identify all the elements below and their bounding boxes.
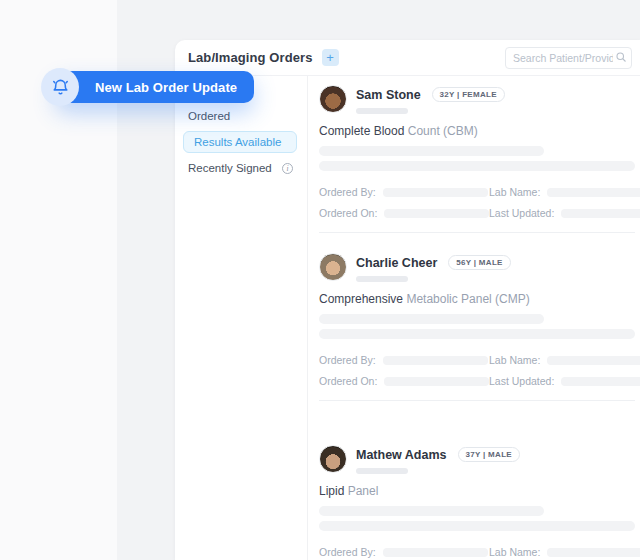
last-updated-label: Last Updated: — [489, 207, 554, 219]
lab-test-title: Lipid Panel — [319, 484, 635, 498]
sidebar-item-label: Results Available — [194, 136, 281, 148]
patient-age-sex-badge: 56Y | MALE — [448, 255, 510, 270]
search-box — [505, 47, 632, 69]
patient-avatar — [319, 253, 347, 281]
lab-test-title: Complete Blood Count (CBM) — [319, 124, 635, 138]
add-order-button[interactable]: + — [322, 49, 339, 66]
ordered-by-label: Ordered By: — [319, 546, 376, 558]
skeleton-bar — [561, 209, 640, 218]
order-details: Ordered By: Lab Name: Ordered On: Last U… — [319, 186, 635, 219]
patient-avatar — [319, 85, 347, 113]
page-title: Lab/Imaging Orders — [188, 50, 313, 65]
patient-name: Charlie Cheer — [356, 256, 437, 270]
skeleton-bar — [383, 548, 488, 557]
ordered-on-label: Ordered On: — [319, 375, 377, 387]
ordered-by-label: Ordered By: — [319, 354, 376, 366]
skeleton-bar — [319, 161, 635, 171]
skeleton-bar — [319, 329, 635, 339]
divider — [319, 400, 635, 401]
lab-imaging-orders-panel: Lab/Imaging Orders + Ordered Results Ava… — [175, 40, 640, 560]
lab-title-primary: Lipid — [319, 484, 344, 498]
orders-sidebar: Ordered Results Available Recently Signe… — [175, 76, 307, 560]
skeleton-bar — [383, 188, 488, 197]
skeleton-bar — [547, 356, 640, 365]
bell-icon — [51, 78, 70, 97]
info-icon[interactable]: i — [282, 163, 293, 174]
bell-circle — [41, 68, 79, 106]
search-input[interactable] — [505, 47, 632, 69]
last-updated-label: Last Updated: — [489, 375, 554, 387]
card-header: Mathew Adams 37Y | MALE — [319, 445, 635, 474]
divider — [319, 232, 635, 233]
patient-name: Mathew Adams — [356, 448, 447, 462]
skeleton-bar — [319, 506, 544, 516]
lab-title-primary: Complete Blood — [319, 124, 404, 138]
patient-age-sex-badge: 37Y | MALE — [458, 447, 520, 462]
sidebar-item-recently-signed[interactable]: Recently Signed i — [188, 158, 293, 178]
order-card-mathew-adams[interactable]: Mathew Adams 37Y | MALE Lipid Panel Orde… — [319, 445, 635, 560]
sidebar-item-label: Recently Signed — [188, 162, 272, 174]
lab-title-secondary: Metabolic Panel (CMP) — [403, 292, 530, 306]
sidebar-item-results-available[interactable]: Results Available — [183, 131, 297, 153]
new-lab-order-toast[interactable]: New Lab Order Update — [55, 71, 254, 103]
skeleton-bar — [384, 209, 489, 218]
skeleton-bar — [319, 314, 544, 324]
order-details: Ordered By: Lab Name: Ordered On: Last U… — [319, 546, 635, 560]
order-card-sam-stone[interactable]: Sam Stone 32Y | FEMALE Complete Blood Co… — [319, 85, 635, 233]
skeleton-bar — [383, 356, 488, 365]
lab-name-label: Lab Name: — [489, 186, 540, 198]
search-icon — [615, 51, 627, 63]
lab-test-title: Comprehensive Metabolic Panel (CMP) — [319, 292, 635, 306]
lab-title-primary: Comprehensive — [319, 292, 403, 306]
toast-label: New Lab Order Update — [95, 80, 237, 95]
order-details: Ordered By: Lab Name: Ordered On: Last U… — [319, 354, 635, 387]
skeleton-bar — [547, 188, 640, 197]
order-card-charlie-cheer[interactable]: Charlie Cheer 56Y | MALE Comprehensive M… — [319, 253, 635, 401]
lab-name-label: Lab Name: — [489, 354, 540, 366]
patient-age-sex-badge: 32Y | FEMALE — [432, 87, 505, 102]
lab-title-secondary: Count (CBM) — [404, 124, 477, 138]
sidebar-item-label: Ordered — [188, 110, 230, 122]
patient-name: Sam Stone — [356, 88, 421, 102]
skeleton-bar — [319, 521, 635, 531]
skeleton-bar — [547, 548, 640, 557]
card-header: Sam Stone 32Y | FEMALE — [319, 85, 635, 114]
lab-name-label: Lab Name: — [489, 546, 540, 558]
sidebar-item-ordered[interactable]: Ordered — [188, 106, 293, 126]
card-header: Charlie Cheer 56Y | MALE — [319, 253, 635, 282]
skeleton-bar — [356, 276, 408, 282]
skeleton-bar — [384, 377, 489, 386]
patient-avatar — [319, 445, 347, 473]
lab-title-secondary: Panel — [344, 484, 378, 498]
skeleton-bar — [319, 146, 544, 156]
skeleton-bar — [356, 108, 408, 114]
panel-body: Ordered Results Available Recently Signe… — [175, 76, 640, 560]
skeleton-bar — [561, 377, 640, 386]
skeleton-bar — [356, 468, 408, 474]
orders-list: Sam Stone 32Y | FEMALE Complete Blood Co… — [307, 76, 640, 560]
ordered-on-label: Ordered On: — [319, 207, 377, 219]
ordered-by-label: Ordered By: — [319, 186, 376, 198]
